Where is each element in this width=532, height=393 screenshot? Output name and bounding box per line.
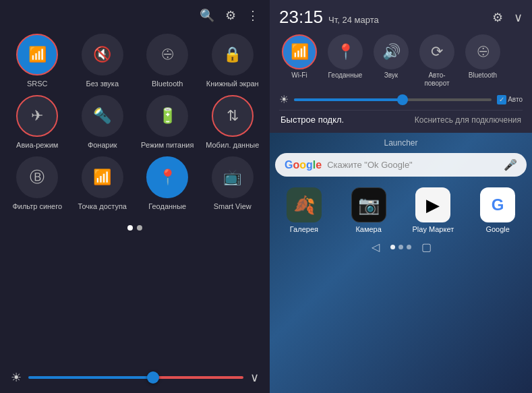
mute-icon: 🔇 (93, 46, 111, 63)
mobile-icon: ⇅ (227, 107, 239, 125)
settings-icon[interactable]: ⚙ (225, 8, 236, 23)
gallery-icon: 🍂 (287, 187, 322, 222)
tile-silent-label: Без звука (86, 80, 119, 88)
shade-wifi-label: Wi-Fi (291, 71, 307, 80)
shade-brightness-icon: ☀ (279, 93, 289, 106)
tile-silent[interactable]: 🔇 Без звука (73, 34, 132, 88)
tile-srsc[interactable]: 📶 SRSC (8, 34, 67, 88)
shade-bluetooth-label: Bluetooth (469, 71, 497, 80)
tile-mobile-label: Мобил. данные (206, 141, 259, 150)
tile-smartview-label: Smart View (214, 202, 252, 211)
shade-tile-wifi[interactable]: 📶 Wi-Fi (279, 34, 320, 88)
location-shade-icon: 📍 (336, 43, 355, 61)
tile-flashlight[interactable]: 🔦 Фонарик (73, 95, 132, 150)
bluetooth-shade-icon: ⨸ (477, 43, 489, 61)
nav-dot-3 (407, 245, 411, 249)
tile-mobile[interactable]: ⇅ Мобил. данные (204, 95, 262, 150)
auto-brightness-toggle[interactable]: ✓ Авто (497, 95, 523, 104)
volume-shade-icon: 🔊 (382, 43, 401, 61)
brightness-icon: ☀ (11, 370, 22, 385)
quick-tiles-row1: 📶 SRSC 🔇 Без звука ⨸ Bluetooth 🔒 Книжный… (8, 34, 262, 150)
screen-icon: 🔒 (223, 46, 241, 63)
shade-tile-sound[interactable]: 🔊 Звук (371, 34, 411, 88)
quick-connect-hint: Коснитесь для подключения (415, 115, 521, 125)
shade-brightness-slider[interactable] (294, 98, 492, 101)
google-app-icon: G (480, 187, 515, 222)
app-camera[interactable]: 📷 Камера (340, 187, 398, 233)
more-icon[interactable]: ⋮ (247, 8, 259, 23)
gallery-label: Галерея (290, 225, 318, 233)
tile-hotspot[interactable]: 📶 Точка доступа (73, 156, 132, 211)
cast-icon: 📺 (223, 169, 241, 186)
search-icon[interactable]: 🔍 (200, 8, 214, 23)
wifi-icon: 📶 (28, 46, 47, 63)
google-label: Google (485, 225, 509, 233)
shade-header-icons: ⚙ ∨ (492, 10, 523, 25)
tile-airplane[interactable]: ✈ Авиа-режим (8, 95, 67, 150)
filter-icon: Ⓑ (30, 167, 45, 187)
tile-smartview[interactable]: 📺 Smart View (204, 156, 262, 211)
quick-connect-bar: Быстрое подкл. Коснитесь для подключения (279, 110, 523, 129)
flashlight-icon: 🔦 (93, 107, 111, 125)
rotate-shade-icon: ⟳ (431, 43, 443, 61)
clock-time: 23:15 (279, 7, 323, 28)
bluetooth-icon: ⨸ (162, 46, 173, 63)
shade-tile-rotate[interactable]: ⟳ Авто-поворот (417, 34, 457, 88)
tile-flashlight-label: Фонарик (88, 141, 117, 150)
back-button[interactable]: ◁ (367, 239, 384, 255)
nav-dots (390, 245, 411, 249)
nav-dot-1 (390, 245, 395, 249)
shade-settings-icon[interactable]: ⚙ (492, 10, 503, 25)
google-logo: Google (285, 159, 322, 171)
clock-date: Чт, 24 марта (328, 15, 379, 25)
airplane-icon: ✈ (31, 107, 43, 125)
tile-filter-label: Фильтр синего (12, 202, 62, 211)
shade-geo-label: Геоданные (328, 71, 363, 80)
brightness-thumb[interactable] (147, 371, 159, 384)
tile-screen-label: Книжный экран (206, 80, 259, 88)
tile-bluetooth[interactable]: ⨸ Bluetooth (138, 34, 197, 88)
page-dots (8, 225, 262, 231)
app-grid: 🍂 Галерея 📷 Камера ▶ Play Маркет G Googl… (275, 187, 527, 233)
tile-power-label: Режим питания (141, 141, 194, 150)
quick-tiles-row2: Ⓑ Фильтр синего 📶 Точка доступа 📍 Геодан… (8, 156, 262, 211)
app-gallery[interactable]: 🍂 Галерея (275, 187, 333, 233)
shade-tile-geo[interactable]: 📍 Геоданные (325, 34, 365, 88)
battery-icon: 🔋 (158, 107, 177, 125)
tile-power[interactable]: 🔋 Режим питания (138, 95, 197, 150)
recents-button[interactable]: ▢ (418, 239, 434, 255)
tile-hotspot-label: Точка доступа (78, 202, 127, 211)
brightness-slider[interactable] (28, 376, 243, 379)
chevron-down-icon[interactable]: ∨ (250, 370, 259, 385)
shade-brightness-thumb[interactable] (397, 94, 408, 105)
left-header: 🔍 ⚙ ⋮ (8, 8, 262, 23)
right-panel: 23:15 Чт, 24 марта ⚙ ∨ 📶 Wi-Fi 📍 (270, 0, 532, 393)
left-panel: 🔍 ⚙ ⋮ 📶 SRSC 🔇 Без звука ⨸ Bluetooth (0, 0, 270, 393)
tile-srsc-label: SRSC (27, 80, 48, 88)
tile-filter[interactable]: Ⓑ Фильтр синего (8, 156, 67, 211)
play-icon: ▶ (415, 187, 450, 222)
brightness-row: ☀ ∨ (8, 370, 262, 385)
dot-1 (127, 225, 133, 231)
shade-brightness-row: ☀ ✓ Авто (279, 93, 523, 106)
auto-label: Авто (508, 96, 523, 103)
shade-rotate-label: Авто-поворот (424, 71, 449, 88)
tile-geo-label: Геоданные (148, 202, 186, 211)
shade-tiles: 📶 Wi-Fi 📍 Геоданные 🔊 Звук (279, 34, 523, 88)
tile-bluetooth-label: Bluetooth (152, 80, 183, 88)
tile-geo[interactable]: 📍 Геоданные (138, 156, 197, 211)
google-search-bar[interactable]: Google Скажите "Ok Google" 🎤 (275, 153, 527, 177)
camera-label: Камера (355, 225, 381, 233)
shade-expand-icon[interactable]: ∨ (514, 10, 523, 25)
wifi-shade-icon: 📶 (291, 43, 309, 61)
tile-screen[interactable]: 🔒 Книжный экран (204, 34, 262, 88)
shade-tile-bluetooth[interactable]: ⨸ Bluetooth (463, 34, 503, 88)
shade-header: 23:15 Чт, 24 марта ⚙ ∨ (279, 7, 523, 28)
app-google[interactable]: G Google (469, 187, 527, 233)
shade-sound-label: Звук (384, 71, 398, 80)
dot-2 (137, 225, 142, 231)
mic-icon[interactable]: 🎤 (504, 158, 517, 171)
nav-dot-2 (398, 245, 403, 249)
launcher-label: Launcher (275, 138, 527, 148)
app-play[interactable]: ▶ Play Маркет (405, 187, 463, 233)
